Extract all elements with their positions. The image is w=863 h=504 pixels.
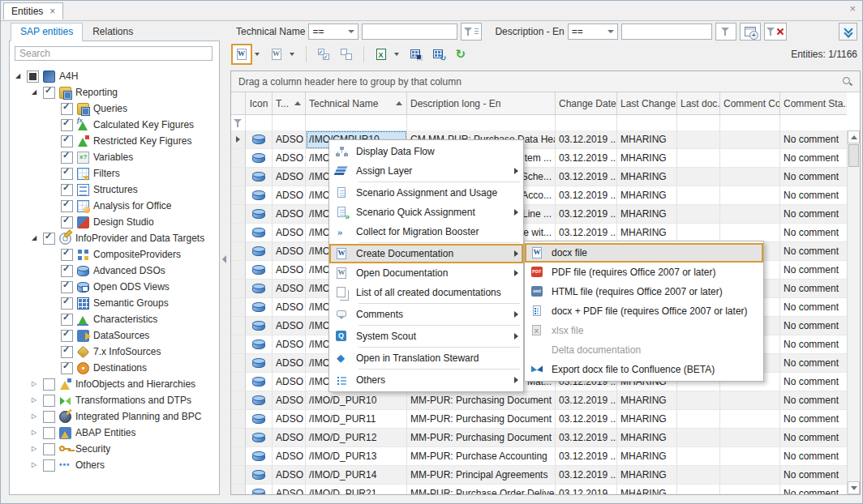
menu-item-system-scout[interactable]: System Scout [329,327,523,346]
tree-item-a4h[interactable]: A4H [10,68,219,84]
splitter-collapse-icon[interactable] [222,255,226,263]
table-row[interactable]: ADSO/IMO/D_PUR21MM-PUR: Purchase Order D… [231,485,847,494]
collapse-icon[interactable] [29,230,39,246]
menu-item-open-documentation[interactable]: Open Documentation [329,263,523,283]
menu-item-comments[interactable]: Comments [329,305,523,324]
tree-item-security[interactable]: Security [10,441,219,457]
checkbox-a4h[interactable] [27,70,39,83]
table-row[interactable]: ADSO/IMOAcco...03.12.2019 ...MHARINGNo c… [231,186,847,205]
tree-item-open-ods-views[interactable]: Open ODS Views [10,279,219,295]
search-input[interactable] [15,46,213,61]
expand-icon[interactable] [29,425,39,441]
tree-item-datasources[interactable]: DataSources [10,327,219,344]
checkbox-analysis-for-office[interactable] [61,200,73,212]
expand-icon[interactable] [29,441,39,457]
technical-name-cell[interactable]: /IMO/D_PUR14 [306,466,407,485]
panel-close-icon[interactable]: × [849,3,856,14]
checkbox-security[interactable] [43,443,55,455]
technical-name-cell[interactable]: /IMO/D_PUR12 [306,429,407,447]
tree-item-characteristics[interactable]: Characteristics [10,311,219,327]
tree-item-calculated-key-figures[interactable]: Calculated Key Figures [10,117,219,133]
open-word-documentation-button[interactable] [266,44,287,65]
checkbox-transformations-and-dtps[interactable] [43,395,55,407]
menu-item-pdf-file-requires-office-2007-or-later[interactable]: PDF file (requires Office 2007 or later) [525,263,763,282]
technical-name-filter-button[interactable] [461,23,482,41]
checkbox-compositeproviders[interactable] [61,249,73,261]
tree-item-infoprovider-and-data-targets[interactable]: InfoProvider and Data Targets [10,230,219,246]
expand-icon[interactable] [29,457,39,473]
table-row[interactable]: ADSO/IMOSche...03.12.2019 ...MHARINGNo c… [231,168,847,186]
checkbox-datasources[interactable] [61,330,73,342]
menu-item-html-file-requires-office-2007-or-later[interactable]: HTML file (requires Office 2007 or later… [525,282,763,301]
filter-cell-last-change[interactable] [617,115,677,131]
table-row[interactable]: ADSO/IMO/D_PUR13MM-PUR: Purchase Account… [231,447,847,466]
column-header-change-date[interactable]: Change Date [556,92,617,114]
collapse-icon[interactable] [29,84,39,100]
checkbox-filters[interactable] [61,168,73,180]
checkbox-queries[interactable] [61,103,73,115]
uncheck-all-button[interactable] [336,44,357,65]
column-header-t[interactable]: T... [273,92,306,114]
scroll-thumb[interactable] [848,144,859,167]
tab-relations[interactable]: Relations [83,23,143,41]
tree-item-others[interactable]: Others [10,457,219,473]
create-docx-documentation-button[interactable] [231,44,252,65]
menu-item-scenario-assignment-and-usage[interactable]: Scenario Assignment and Usage [329,183,523,203]
checkbox-infoobjects-and-hierarchies[interactable] [43,378,55,391]
filter-cell-icon[interactable] [246,115,273,131]
create-docx-documentation-button-dropdown[interactable] [253,44,261,65]
tab-sap-entities[interactable]: SAP entities [11,23,83,41]
tree-item-structures[interactable]: Structures [10,182,219,198]
table-row[interactable]: ADSO/IMO/D_PUR14MM-PUR: Principal Agreem… [231,466,847,485]
tree-item-variables[interactable]: Variables [10,149,219,165]
save-grid-layout-button[interactable] [406,44,427,65]
filter-cell-indicator[interactable] [231,115,246,131]
tree-item-infoobjects-and-hierarchies[interactable]: InfoObjects and Hierarchies [10,376,219,392]
technical-name-cell[interactable]: /IMO/D_PUR21 [306,485,407,494]
filter-cell-change-date[interactable] [556,115,617,131]
checkbox-abap-entities[interactable] [43,427,55,439]
clear-filter-button[interactable] [764,23,787,41]
checkbox-reporting[interactable] [43,87,55,99]
filter-cell-comment-co[interactable] [720,115,780,131]
column-header-technical-name[interactable]: Technical Name [306,92,407,114]
menu-item-docx-pdf-file-requires-office-2007-or-later[interactable]: docx + PDF file (requires Office 2007 or… [525,301,763,321]
table-row[interactable]: ADSO/IMO/D_PUR11MM-PUR: Purchasing Docum… [231,410,847,429]
menu-item-export-docx-file-to-confluence-beta[interactable]: Export docx file to Confluence (BETA) [525,360,763,379]
technical-name-cell[interactable]: /IMO/D_PUR10 [306,391,407,410]
tree-item-advanced-dsos[interactable]: Advanced DSOs [10,263,219,279]
filter-cell-t[interactable] [273,115,306,131]
description-filter-input[interactable] [621,23,712,40]
checkbox-variables[interactable] [61,152,73,164]
table-row[interactable]: ADSO/IMOItem ...03.12.2019 ...MHARINGNo … [231,149,847,168]
menu-item-docx-file[interactable]: docx file [525,243,763,263]
tree-item-integrated-planning-and-bpc[interactable]: Integrated Planning and BPC [10,408,219,425]
scroll-up-button[interactable] [848,130,860,143]
column-header-last-change[interactable]: Last Change... [617,92,677,114]
tab-entities[interactable]: Entities × [3,2,63,19]
column-header-comment-co[interactable]: Comment Co... [720,92,780,114]
checkbox-infoprovider-and-data-targets[interactable] [43,233,55,245]
expand-icon[interactable] [29,392,39,408]
table-row[interactable]: ADSO/IMO: Line ...03.12.2019 ...MHARINGN… [231,205,847,224]
column-header-comment-sta[interactable]: Comment Sta... [780,92,847,114]
tree-item-queries[interactable]: Queries [10,100,219,117]
tree-item-filters[interactable]: Filters [10,165,219,182]
expand-filter-options-button[interactable] [839,23,857,41]
description-operator-select[interactable]: == [568,23,618,40]
checkbox-characteristics[interactable] [61,314,73,326]
filter-cell-comment-sta[interactable] [780,115,847,131]
technical-name-cell[interactable]: /IMO/D_PUR13 [306,447,407,466]
tree-item-semantic-groups[interactable]: Semantic Groups [10,295,219,311]
filter-cell-description-long-en[interactable] [407,115,556,131]
expand-icon[interactable] [29,408,39,425]
vertical-scrollbar[interactable] [847,130,860,494]
checkbox-open-ods-views[interactable] [61,281,73,293]
technical-name-cell[interactable]: /IMO/D_PUR11 [306,410,407,429]
expand-icon[interactable] [29,376,39,392]
table-row[interactable]: ADSO/IMO/D_PUR10MM-PUR: Purchasing Docum… [231,391,847,410]
menu-item-display-data-flow[interactable]: Display Data Flow [329,142,523,161]
table-row[interactable]: ADSO/IMO/CMPUR10CM MM-PUR: Purchase Data… [231,130,847,149]
checkbox-structures[interactable] [61,184,73,196]
tree-item-compositeproviders[interactable]: CompositeProviders [10,246,219,263]
